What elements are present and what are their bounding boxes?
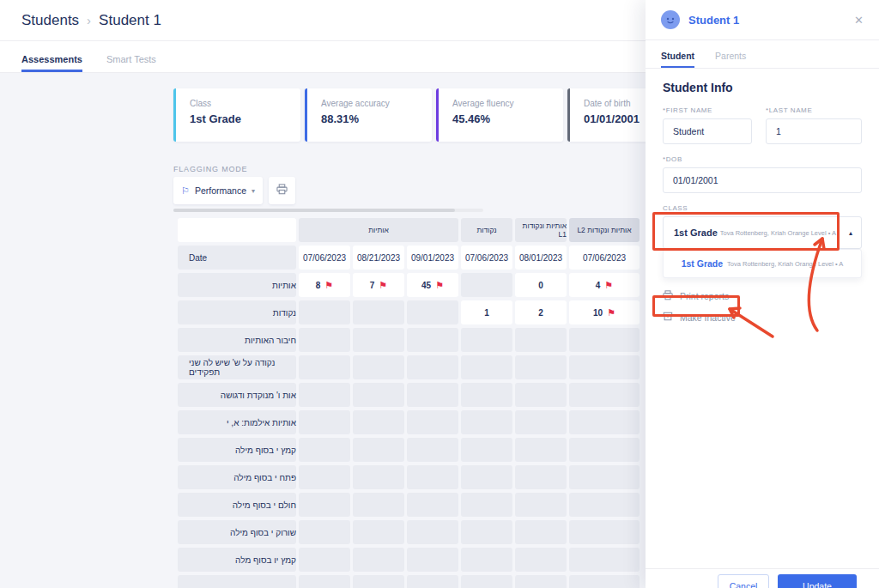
flagging-mode-dropdown[interactable]: ⚐ Performance ▾ bbox=[173, 177, 263, 204]
table-cell-empty bbox=[353, 328, 404, 352]
section-title: Student Info bbox=[663, 81, 862, 94]
table-cell-value: 0 bbox=[515, 273, 567, 297]
archive-icon bbox=[663, 312, 673, 324]
last-name-field[interactable]: 1 bbox=[766, 118, 862, 144]
table-cell-empty bbox=[461, 355, 512, 379]
table-cell-empty bbox=[461, 575, 512, 588]
summary-card-2: Average fluency45.46% bbox=[436, 88, 563, 142]
table-cell-empty bbox=[569, 355, 640, 379]
flagging-mode-value: Performance bbox=[195, 185, 246, 196]
table-cell-value: 10⚑ bbox=[569, 300, 640, 324]
update-button[interactable]: Update bbox=[778, 574, 857, 588]
table-cell-empty bbox=[299, 383, 350, 407]
table-cell-empty bbox=[407, 520, 458, 544]
column-group-header: נקודות bbox=[461, 218, 512, 242]
breadcrumb-current: Student 1 bbox=[99, 12, 161, 29]
date-cell: 09/01/2023 bbox=[407, 246, 458, 270]
table-cell-empty bbox=[299, 355, 350, 379]
table-cell-empty bbox=[569, 383, 640, 407]
column-group-header: אותיות ונקודות L1 bbox=[515, 218, 567, 242]
make-inactive-action[interactable]: Make Inactive bbox=[663, 312, 862, 324]
summary-card-1: Average accuracy88.31% bbox=[305, 88, 432, 142]
flag-icon: ⚐ bbox=[181, 185, 190, 197]
chevron-up-icon: ▴ bbox=[849, 229, 852, 237]
class-dropdown-subtitle: Tova Rottenberg, Kriah Orange Level • A bbox=[720, 229, 846, 237]
flagging-mode-label: FLAGGING MODE bbox=[173, 165, 247, 173]
panel-tab-student[interactable]: Student bbox=[661, 51, 694, 68]
table-cell-empty bbox=[407, 328, 458, 352]
tab-smart-tests[interactable]: Smart Tests bbox=[106, 54, 156, 72]
table-cell-empty bbox=[569, 328, 640, 352]
table-cell-empty bbox=[299, 300, 350, 324]
table-cell-empty bbox=[515, 493, 567, 517]
panel-tab-parents[interactable]: Parents bbox=[715, 51, 746, 68]
panel-title: Student 1 bbox=[688, 14, 846, 27]
flag-icon: ⚑ bbox=[324, 281, 333, 290]
table-cell-value: 7⚑ bbox=[353, 273, 404, 297]
table-cell-empty bbox=[515, 548, 567, 572]
table-cell-empty bbox=[353, 548, 404, 572]
table-cell-empty bbox=[461, 493, 512, 517]
table-cell-empty bbox=[407, 300, 458, 324]
table-cell-empty bbox=[299, 410, 350, 434]
table-cell-empty bbox=[515, 575, 567, 588]
table-cell-empty bbox=[569, 465, 640, 489]
card-label: Average accuracy bbox=[321, 99, 432, 108]
dob-field[interactable]: 01/01/2001 bbox=[663, 167, 862, 193]
table-cell-empty bbox=[407, 410, 458, 434]
date-cell: 07/06/2023 bbox=[461, 246, 512, 270]
horizontal-scrollbar-thumb[interactable] bbox=[173, 209, 455, 212]
table-cell-value: 1 bbox=[461, 300, 512, 324]
column-group-header: אותיות ונקודות L2 bbox=[569, 218, 640, 242]
table-cell-empty bbox=[569, 493, 640, 517]
table-cell-empty bbox=[299, 575, 350, 588]
table-cell-empty bbox=[407, 575, 458, 588]
summary-card-0: Class1st Grade bbox=[173, 88, 300, 142]
table-cell-empty bbox=[299, 493, 350, 517]
date-cell: 07/06/2023 bbox=[299, 246, 350, 270]
table-cell-empty bbox=[461, 328, 512, 352]
table-row-label: קמץ י בסוף מילה bbox=[178, 438, 296, 462]
first-name-field[interactable]: Student bbox=[663, 118, 752, 144]
card-label: Average fluency bbox=[452, 99, 563, 108]
table-corner-cell bbox=[178, 218, 296, 242]
column-group-header: אותיות bbox=[299, 218, 458, 242]
date-cell: 08/21/2023 bbox=[353, 246, 404, 270]
table-cell-empty bbox=[353, 383, 404, 407]
table-row-label bbox=[178, 575, 296, 588]
table-cell-empty bbox=[407, 493, 458, 517]
flag-icon: ⚑ bbox=[379, 281, 387, 290]
table-cell-empty bbox=[407, 465, 458, 489]
make-inactive-label: Make Inactive bbox=[680, 312, 736, 323]
class-option-1st-grade[interactable]: 1st Grade Tova Rottenberg, Kriah Orange … bbox=[663, 249, 862, 278]
cancel-button[interactable]: Cancel bbox=[718, 574, 769, 588]
dob-label: *DOB bbox=[663, 155, 862, 163]
table-row-label: אותיות bbox=[178, 273, 296, 297]
table-cell-empty bbox=[353, 493, 404, 517]
panel-footer: Cancel Update bbox=[646, 568, 879, 588]
flag-icon: ⚑ bbox=[607, 308, 615, 318]
table-cell-empty bbox=[515, 438, 567, 462]
table-cell-empty bbox=[569, 520, 640, 544]
tab-assessments[interactable]: Assessments bbox=[21, 54, 82, 72]
table-cell-empty bbox=[461, 273, 512, 297]
table-cell-empty bbox=[299, 328, 350, 352]
close-icon[interactable]: ✕ bbox=[854, 14, 864, 27]
table-cell-empty bbox=[407, 355, 458, 379]
date-cell: 08/01/2023 bbox=[515, 246, 567, 270]
class-option-subtitle: Tova Rottenberg, Kriah Orange Level • A bbox=[727, 260, 843, 268]
table-cell-empty bbox=[299, 465, 350, 489]
class-dropdown[interactable]: 1st Grade Tova Rottenberg, Kriah Orange … bbox=[663, 216, 862, 249]
class-dropdown-value: 1st Grade bbox=[674, 227, 718, 238]
student-avatar bbox=[661, 10, 680, 29]
table-row-label: שורוק י בסוף מילה bbox=[178, 520, 296, 544]
horizontal-scrollbar-track[interactable] bbox=[173, 209, 483, 212]
print-button[interactable] bbox=[269, 177, 295, 204]
first-name-label: *FIRST NAME bbox=[663, 106, 752, 114]
breadcrumb-parent[interactable]: Students bbox=[21, 12, 79, 29]
table-cell-value: 2 bbox=[515, 300, 567, 324]
breadcrumb-separator-icon: › bbox=[87, 13, 91, 27]
print-reports-action[interactable]: Print reports bbox=[663, 290, 862, 302]
table-row-label: אותיות אילמות: א, י bbox=[178, 410, 296, 434]
table-cell-empty bbox=[353, 410, 404, 434]
